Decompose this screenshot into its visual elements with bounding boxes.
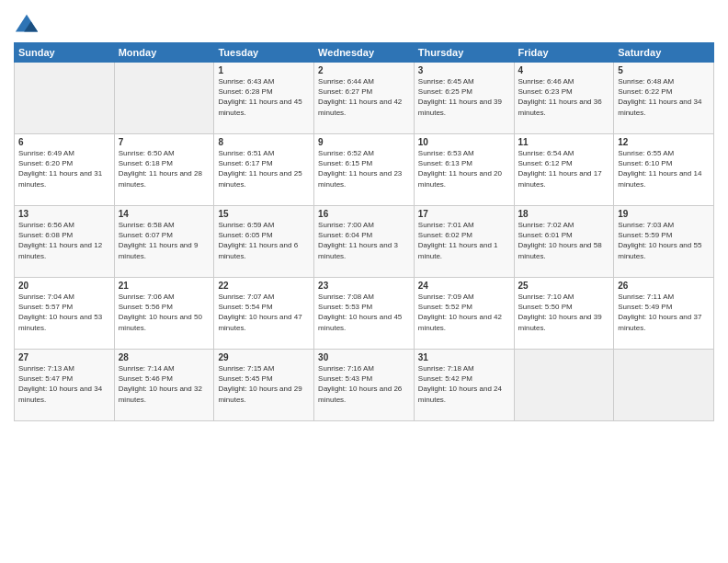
weekday-header-friday: Friday bbox=[514, 43, 614, 63]
day-info: Sunrise: 7:09 AMSunset: 5:52 PMDaylight:… bbox=[418, 292, 510, 333]
day-cell: 7Sunrise: 6:50 AMSunset: 6:18 PMDaylight… bbox=[114, 134, 214, 206]
day-cell: 21Sunrise: 7:06 AMSunset: 5:56 PMDayligh… bbox=[114, 278, 214, 350]
day-number: 26 bbox=[618, 281, 710, 291]
day-number: 9 bbox=[318, 137, 410, 147]
day-cell: 27Sunrise: 7:13 AMSunset: 5:47 PMDayligh… bbox=[15, 350, 115, 421]
day-info: Sunrise: 7:06 AMSunset: 5:56 PMDaylight:… bbox=[119, 292, 210, 333]
day-number: 24 bbox=[418, 281, 510, 291]
day-number: 18 bbox=[518, 209, 610, 219]
day-number: 22 bbox=[218, 281, 310, 291]
day-number: 27 bbox=[18, 352, 110, 362]
day-cell: 12Sunrise: 6:55 AMSunset: 6:10 PMDayligh… bbox=[614, 134, 714, 206]
day-cell: 4Sunrise: 6:46 AMSunset: 6:23 PMDaylight… bbox=[514, 63, 614, 134]
day-number: 11 bbox=[518, 137, 610, 147]
day-cell: 17Sunrise: 7:01 AMSunset: 6:02 PMDayligh… bbox=[414, 206, 514, 278]
weekday-header-wednesday: Wednesday bbox=[314, 43, 415, 63]
day-info: Sunrise: 6:51 AMSunset: 6:17 PMDaylight:… bbox=[218, 148, 310, 190]
day-number: 25 bbox=[518, 281, 610, 291]
day-number: 31 bbox=[418, 352, 510, 362]
day-number: 23 bbox=[318, 281, 410, 291]
day-info: Sunrise: 6:43 AMSunset: 6:28 PMDaylight:… bbox=[218, 76, 310, 118]
day-number: 17 bbox=[418, 209, 510, 219]
day-cell: 25Sunrise: 7:10 AMSunset: 5:50 PMDayligh… bbox=[514, 278, 614, 350]
day-info: Sunrise: 6:44 AMSunset: 6:27 PMDaylight:… bbox=[318, 76, 410, 118]
day-info: Sunrise: 6:54 AMSunset: 6:12 PMDaylight:… bbox=[518, 148, 610, 190]
day-number: 2 bbox=[318, 65, 410, 75]
day-number: 3 bbox=[418, 65, 510, 75]
day-cell: 26Sunrise: 7:11 AMSunset: 5:49 PMDayligh… bbox=[614, 278, 714, 350]
day-cell: 22Sunrise: 7:07 AMSunset: 5:54 PMDayligh… bbox=[214, 278, 314, 350]
day-cell bbox=[514, 350, 614, 421]
day-number: 6 bbox=[18, 137, 110, 147]
day-info: Sunrise: 6:50 AMSunset: 6:18 PMDaylight:… bbox=[119, 148, 210, 190]
day-cell: 14Sunrise: 6:58 AMSunset: 6:07 PMDayligh… bbox=[114, 206, 214, 278]
logo bbox=[14, 13, 41, 39]
day-cell: 15Sunrise: 6:59 AMSunset: 6:05 PMDayligh… bbox=[214, 206, 314, 278]
day-cell: 10Sunrise: 6:53 AMSunset: 6:13 PMDayligh… bbox=[414, 134, 514, 206]
page-container: SundayMondayTuesdayWednesdayThursdayFrid… bbox=[0, 0, 728, 429]
day-number: 19 bbox=[618, 209, 710, 219]
day-number: 5 bbox=[618, 65, 710, 75]
day-number: 20 bbox=[18, 281, 110, 291]
day-cell: 13Sunrise: 6:56 AMSunset: 6:08 PMDayligh… bbox=[15, 206, 115, 278]
day-number: 29 bbox=[218, 352, 310, 362]
day-cell: 30Sunrise: 7:16 AMSunset: 5:43 PMDayligh… bbox=[314, 350, 415, 421]
day-info: Sunrise: 7:08 AMSunset: 5:53 PMDaylight:… bbox=[318, 292, 410, 333]
day-info: Sunrise: 7:02 AMSunset: 6:01 PMDaylight:… bbox=[518, 220, 610, 261]
day-info: Sunrise: 7:15 AMSunset: 5:45 PMDaylight:… bbox=[218, 363, 310, 405]
day-info: Sunrise: 6:52 AMSunset: 6:15 PMDaylight:… bbox=[318, 148, 410, 190]
day-cell: 18Sunrise: 7:02 AMSunset: 6:01 PMDayligh… bbox=[514, 206, 614, 278]
day-cell: 20Sunrise: 7:04 AMSunset: 5:57 PMDayligh… bbox=[15, 278, 115, 350]
day-info: Sunrise: 6:55 AMSunset: 6:10 PMDaylight:… bbox=[618, 148, 710, 190]
day-info: Sunrise: 7:14 AMSunset: 5:46 PMDaylight:… bbox=[119, 363, 210, 405]
weekday-header-saturday: Saturday bbox=[614, 43, 714, 63]
calendar-table: SundayMondayTuesdayWednesdayThursdayFrid… bbox=[14, 42, 714, 421]
day-cell: 11Sunrise: 6:54 AMSunset: 6:12 PMDayligh… bbox=[514, 134, 614, 206]
logo-icon bbox=[14, 13, 40, 39]
day-cell: 5Sunrise: 6:48 AMSunset: 6:22 PMDaylight… bbox=[614, 63, 714, 134]
day-number: 16 bbox=[318, 209, 410, 219]
day-info: Sunrise: 6:58 AMSunset: 6:07 PMDaylight:… bbox=[119, 220, 210, 261]
day-cell: 16Sunrise: 7:00 AMSunset: 6:04 PMDayligh… bbox=[314, 206, 415, 278]
day-info: Sunrise: 6:56 AMSunset: 6:08 PMDaylight:… bbox=[18, 220, 110, 261]
weekday-header-sunday: Sunday bbox=[15, 43, 115, 63]
day-cell: 19Sunrise: 7:03 AMSunset: 5:59 PMDayligh… bbox=[614, 206, 714, 278]
day-info: Sunrise: 7:04 AMSunset: 5:57 PMDaylight:… bbox=[18, 292, 110, 333]
day-cell bbox=[614, 350, 714, 421]
week-row-4: 20Sunrise: 7:04 AMSunset: 5:57 PMDayligh… bbox=[15, 278, 714, 350]
weekday-header-monday: Monday bbox=[114, 43, 214, 63]
day-info: Sunrise: 7:07 AMSunset: 5:54 PMDaylight:… bbox=[218, 292, 310, 333]
day-number: 15 bbox=[218, 209, 310, 219]
week-row-1: 1Sunrise: 6:43 AMSunset: 6:28 PMDaylight… bbox=[15, 63, 714, 134]
day-cell: 9Sunrise: 6:52 AMSunset: 6:15 PMDaylight… bbox=[314, 134, 415, 206]
day-number: 21 bbox=[119, 281, 210, 291]
day-info: Sunrise: 7:10 AMSunset: 5:50 PMDaylight:… bbox=[518, 292, 610, 333]
day-info: Sunrise: 7:03 AMSunset: 5:59 PMDaylight:… bbox=[618, 220, 710, 261]
week-row-3: 13Sunrise: 6:56 AMSunset: 6:08 PMDayligh… bbox=[15, 206, 714, 278]
header bbox=[14, 9, 714, 39]
day-number: 28 bbox=[119, 352, 210, 362]
day-info: Sunrise: 6:45 AMSunset: 6:25 PMDaylight:… bbox=[418, 76, 510, 118]
day-number: 12 bbox=[618, 137, 710, 147]
weekday-header-row: SundayMondayTuesdayWednesdayThursdayFrid… bbox=[15, 43, 714, 63]
day-info: Sunrise: 7:00 AMSunset: 6:04 PMDaylight:… bbox=[318, 220, 410, 261]
day-cell bbox=[15, 63, 115, 134]
weekday-header-tuesday: Tuesday bbox=[214, 43, 314, 63]
day-cell: 23Sunrise: 7:08 AMSunset: 5:53 PMDayligh… bbox=[314, 278, 415, 350]
week-row-2: 6Sunrise: 6:49 AMSunset: 6:20 PMDaylight… bbox=[15, 134, 714, 206]
day-info: Sunrise: 7:01 AMSunset: 6:02 PMDaylight:… bbox=[418, 220, 510, 261]
day-number: 13 bbox=[18, 209, 110, 219]
day-number: 1 bbox=[218, 65, 310, 75]
day-info: Sunrise: 7:11 AMSunset: 5:49 PMDaylight:… bbox=[618, 292, 710, 333]
day-info: Sunrise: 6:46 AMSunset: 6:23 PMDaylight:… bbox=[518, 76, 610, 118]
day-info: Sunrise: 7:16 AMSunset: 5:43 PMDaylight:… bbox=[318, 363, 410, 405]
weekday-header-thursday: Thursday bbox=[414, 43, 514, 63]
day-number: 14 bbox=[119, 209, 210, 219]
day-info: Sunrise: 7:13 AMSunset: 5:47 PMDaylight:… bbox=[18, 363, 110, 405]
day-cell: 3Sunrise: 6:45 AMSunset: 6:25 PMDaylight… bbox=[414, 63, 514, 134]
day-cell: 2Sunrise: 6:44 AMSunset: 6:27 PMDaylight… bbox=[314, 63, 415, 134]
day-cell: 6Sunrise: 6:49 AMSunset: 6:20 PMDaylight… bbox=[15, 134, 115, 206]
day-info: Sunrise: 6:59 AMSunset: 6:05 PMDaylight:… bbox=[218, 220, 310, 261]
day-number: 7 bbox=[119, 137, 210, 147]
day-info: Sunrise: 6:49 AMSunset: 6:20 PMDaylight:… bbox=[18, 148, 110, 190]
